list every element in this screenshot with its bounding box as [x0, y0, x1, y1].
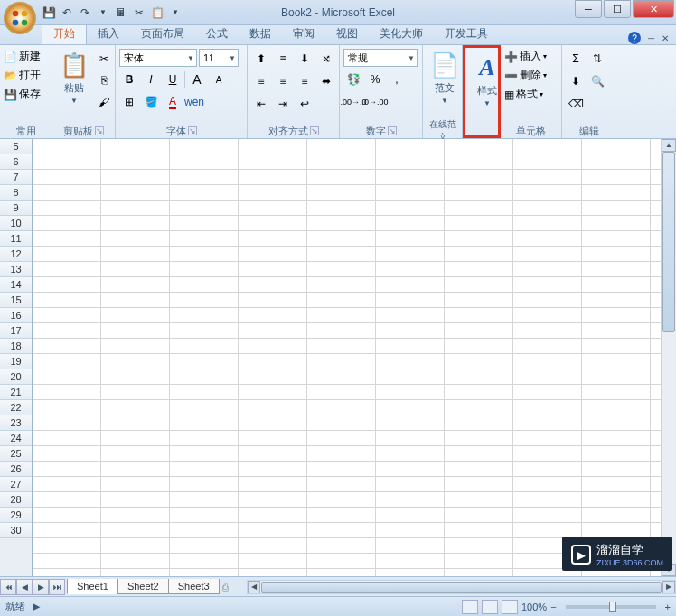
delete-cells-button[interactable]: ➖删除▾: [504, 68, 547, 83]
row-header[interactable]: 15: [0, 293, 32, 308]
minimize-button[interactable]: ─: [575, 0, 602, 18]
comma-button[interactable]: ,: [387, 70, 407, 89]
sheet-tab[interactable]: Sheet2: [117, 579, 169, 594]
number-launcher[interactable]: ↘: [388, 126, 397, 135]
font-color-button[interactable]: A: [163, 92, 183, 112]
scroll-right-icon[interactable]: ▶: [662, 581, 675, 593]
decrease-indent-button[interactable]: ⇤: [251, 94, 271, 114]
tab-beautify[interactable]: 美化大师: [369, 23, 434, 44]
row-header[interactable]: 29: [0, 508, 32, 523]
office-button[interactable]: [4, 2, 36, 34]
tab-layout[interactable]: 页面布局: [130, 23, 195, 44]
format-painter-button[interactable]: 🖌: [94, 92, 114, 112]
row-header[interactable]: 23: [0, 415, 32, 431]
border-button[interactable]: ⊞: [119, 92, 139, 112]
align-left-button[interactable]: ≡: [251, 71, 271, 91]
sum-button[interactable]: Σ: [566, 49, 586, 69]
undo-icon[interactable]: ↶: [60, 5, 74, 20]
vertical-scrollbar[interactable]: ▲ ▼: [661, 139, 676, 576]
zoom-out-button[interactable]: −: [550, 602, 556, 612]
align-top-button[interactable]: ⬆: [251, 49, 271, 69]
doc-close-icon[interactable]: ✕: [662, 33, 669, 43]
zoom-level[interactable]: 100%: [521, 602, 547, 612]
row-header[interactable]: 21: [0, 385, 32, 400]
align-middle-button[interactable]: ≡: [273, 49, 293, 69]
tab-review[interactable]: 审阅: [282, 23, 325, 44]
calc-icon[interactable]: 🖩: [114, 5, 128, 20]
cut-button[interactable]: ✂: [94, 49, 114, 69]
shrink-font-button[interactable]: A: [209, 70, 229, 89]
tool-icon[interactable]: 📋: [150, 5, 164, 20]
row-header[interactable]: 22: [0, 400, 32, 415]
alignment-launcher[interactable]: ↘: [310, 126, 319, 135]
new-button[interactable]: 📄新建: [4, 49, 41, 64]
scroll-left-icon[interactable]: ◀: [248, 581, 260, 593]
italic-button[interactable]: I: [141, 70, 161, 89]
percent-button[interactable]: %: [365, 70, 385, 89]
maximize-button[interactable]: ☐: [604, 0, 631, 18]
quicktext-button[interactable]: 📄 范文 ▼: [427, 47, 463, 108]
row-header[interactable]: 25: [0, 446, 32, 462]
hscroll-thumb[interactable]: [261, 582, 662, 593]
zoom-slider[interactable]: [566, 605, 656, 609]
zoom-handle[interactable]: [609, 602, 616, 612]
insert-cells-button[interactable]: ➕插入▾: [504, 49, 547, 64]
horizontal-scrollbar[interactable]: ◀ ▶: [247, 580, 676, 594]
row-header[interactable]: 5: [0, 139, 32, 154]
row-header[interactable]: 30: [0, 523, 32, 538]
row-header[interactable]: 24: [0, 431, 32, 446]
increase-indent-button[interactable]: ⇥: [273, 94, 293, 114]
font-name-combo[interactable]: 宋体▼: [119, 49, 197, 67]
row-header[interactable]: 7: [0, 170, 32, 185]
row-header[interactable]: 26: [0, 462, 32, 477]
row-header[interactable]: 17: [0, 323, 32, 339]
orientation-button[interactable]: ⤭: [316, 49, 336, 69]
redo-icon[interactable]: ↷: [78, 5, 92, 20]
page-layout-view-button[interactable]: [482, 600, 498, 614]
align-center-button[interactable]: ≡: [273, 71, 293, 91]
zoom-in-button[interactable]: +: [665, 602, 671, 612]
tab-insert[interactable]: 插入: [87, 23, 130, 44]
tab-view[interactable]: 视图: [325, 23, 369, 44]
row-header[interactable]: 18: [0, 339, 32, 354]
help-icon[interactable]: ?: [628, 32, 641, 44]
row-header[interactable]: 19: [0, 354, 32, 369]
open-button[interactable]: 📂打开: [4, 68, 41, 83]
qat-more-icon[interactable]: ▼: [168, 5, 183, 20]
macro-icon[interactable]: ▶: [33, 601, 40, 612]
row-header[interactable]: 9: [0, 201, 32, 216]
row-header[interactable]: 27: [0, 477, 32, 492]
page-break-view-button[interactable]: [502, 600, 518, 614]
scroll-up-icon[interactable]: ▲: [662, 139, 676, 152]
grow-font-button[interactable]: A: [187, 70, 207, 89]
decrease-decimal-button[interactable]: .0→.00: [365, 92, 385, 112]
sort-button[interactable]: ⇅: [587, 49, 607, 69]
row-header[interactable]: 11: [0, 231, 32, 247]
sheet-tab[interactable]: Sheet3: [168, 579, 220, 594]
row-header[interactable]: 10: [0, 216, 32, 231]
tab-home[interactable]: 开始: [42, 23, 87, 44]
merge-button[interactable]: ⬌: [316, 71, 336, 91]
row-header[interactable]: 28: [0, 492, 32, 508]
sheet-nav-button[interactable]: ⏮: [0, 579, 16, 595]
phonetic-button[interactable]: wén: [184, 92, 204, 112]
screenshot-icon[interactable]: ✂: [132, 5, 146, 20]
save-button[interactable]: 💾保存: [4, 87, 41, 102]
cells-area[interactable]: [33, 139, 661, 576]
close-button[interactable]: ✕: [633, 0, 674, 18]
fill-button[interactable]: ⬇: [566, 71, 586, 91]
align-bottom-button[interactable]: ⬇: [295, 49, 315, 69]
tab-developer[interactable]: 开发工具: [434, 23, 499, 44]
underline-button[interactable]: U: [163, 70, 183, 89]
tab-data[interactable]: 数据: [239, 23, 282, 44]
qat-dropdown-icon[interactable]: ▼: [96, 5, 110, 20]
styles-button[interactable]: A 样式 ▼: [469, 50, 505, 111]
align-right-button[interactable]: ≡: [295, 71, 315, 91]
sheet-tab[interactable]: Sheet1: [67, 579, 118, 594]
row-header[interactable]: 20: [0, 369, 32, 385]
scroll-thumb[interactable]: [662, 152, 675, 332]
minimize-ribbon-icon[interactable]: ─: [648, 33, 654, 43]
wrap-text-button[interactable]: ↩: [295, 94, 315, 114]
row-header[interactable]: 12: [0, 247, 32, 262]
fill-color-button[interactable]: 🪣: [141, 92, 161, 112]
